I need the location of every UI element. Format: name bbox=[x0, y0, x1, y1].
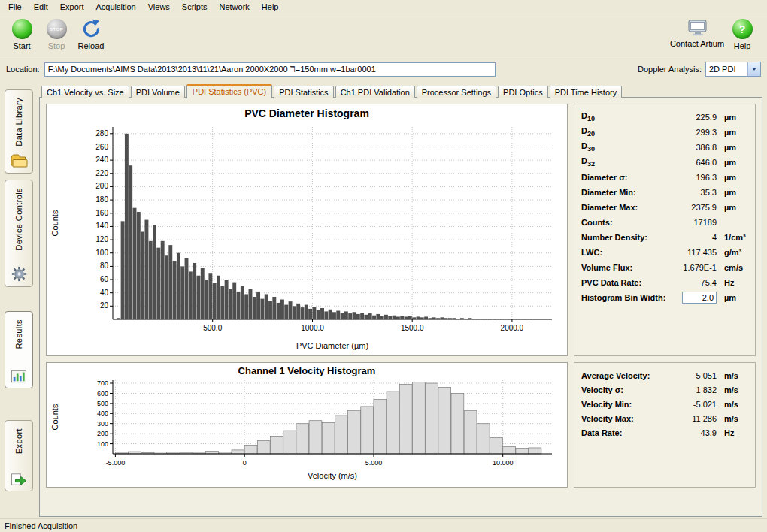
stat-value: 299.3 bbox=[667, 128, 717, 137]
stat-label: D20 bbox=[581, 126, 667, 138]
status-text: Finished Acquisition bbox=[5, 521, 77, 530]
diameter-row: PVC Diameter Histogram 20406080100120140… bbox=[46, 104, 756, 356]
reload-button[interactable]: Reload bbox=[74, 16, 108, 50]
location-input[interactable] bbox=[44, 62, 496, 77]
menu-network[interactable]: Network bbox=[213, 1, 255, 13]
svg-text:500.0: 500.0 bbox=[203, 324, 222, 332]
svg-text:Counts: Counts bbox=[50, 210, 59, 236]
stat-unit: cm/s bbox=[717, 263, 748, 272]
tab-pdi-time-history[interactable]: PDI Time History bbox=[550, 86, 623, 98]
help-icon: ? bbox=[732, 19, 753, 39]
stat-unit: 1/cm³ bbox=[717, 233, 748, 242]
velocity-histogram: 100200300400500600700-5.00005.00010.000V… bbox=[48, 377, 564, 482]
menu-views[interactable]: Views bbox=[142, 1, 176, 13]
stat-label: Diameter σ: bbox=[581, 173, 667, 182]
stat-row-histogram-bin-width: Histogram Bin Width: µm bbox=[581, 290, 748, 305]
svg-text:10.000: 10.000 bbox=[493, 459, 514, 467]
tab-pdi-statistics[interactable]: PDI Statistics bbox=[274, 86, 333, 98]
menu-file[interactable]: File bbox=[2, 1, 28, 13]
stop-label: Stop bbox=[48, 41, 65, 50]
svg-text:1000.0: 1000.0 bbox=[301, 324, 324, 332]
svg-text:200: 200 bbox=[95, 182, 108, 190]
stat-label: Histogram Bin Width: bbox=[581, 293, 667, 302]
svg-text:500: 500 bbox=[97, 400, 108, 407]
stat-label: Data Rate: bbox=[581, 428, 667, 437]
svg-text:40: 40 bbox=[100, 289, 109, 297]
stat-label: Velocity Min: bbox=[581, 400, 667, 409]
doppler-analysis-dropdown[interactable]: 2D PDI bbox=[705, 62, 761, 77]
start-icon bbox=[12, 19, 32, 39]
stat-row-lwc: LWC: 117.435 g/m³ bbox=[581, 245, 748, 260]
tab-pdi-statistics-pvc[interactable]: PDI Statistics (PVC) bbox=[186, 84, 272, 98]
stat-unit: µm bbox=[717, 158, 748, 167]
stat-label: D30 bbox=[581, 141, 667, 153]
stat-value: 17189 bbox=[667, 218, 717, 227]
tab-ch1-velocity-vs-size[interactable]: Ch1 Velocity vs. Size bbox=[41, 86, 129, 98]
svg-text:160: 160 bbox=[95, 209, 108, 217]
stat-value: 1.679E-1 bbox=[667, 263, 717, 272]
sidebar-item-export[interactable]: Export bbox=[5, 420, 33, 491]
stop-button[interactable]: STOP Stop bbox=[39, 16, 74, 50]
sidebar-item-device-controls[interactable]: Device Controls bbox=[5, 180, 33, 287]
reload-icon bbox=[81, 19, 102, 39]
stat-label: Diameter Min: bbox=[581, 188, 667, 197]
status-bar: Finished Acquisition bbox=[0, 518, 767, 532]
sidebar-item-label: Export bbox=[14, 428, 23, 454]
stat-unit: µm bbox=[717, 203, 748, 212]
stat-row-d30: D30 386.8 µm bbox=[581, 140, 748, 155]
stat-label: D32 bbox=[581, 156, 667, 168]
stat-label: Velocity Max: bbox=[581, 414, 667, 423]
stat-row-counts: Counts: 17189 bbox=[581, 215, 748, 230]
stop-icon: STOP bbox=[47, 19, 67, 39]
stat-row-velocity-min: Velocity Min: -5 021 m/s bbox=[581, 397, 748, 411]
contact-artium-button[interactable]: Contact Artium bbox=[669, 16, 725, 48]
pvc-chart-title: PVC Diameter Histogram bbox=[48, 106, 565, 121]
svg-text:700: 700 bbox=[97, 379, 108, 387]
tab-pdi-optics[interactable]: PDI Optics bbox=[498, 86, 548, 98]
menu-help[interactable]: Help bbox=[256, 1, 285, 13]
stat-row-diameter-sigma: Diameter σ: 196.3 µm bbox=[581, 170, 748, 185]
stat-unit: Hz bbox=[717, 428, 748, 437]
contact-artium-icon bbox=[687, 19, 708, 37]
tab-pdi-volume[interactable]: PDI Volume bbox=[131, 86, 185, 98]
histogram-bin-width-input[interactable] bbox=[682, 292, 717, 304]
svg-text:5.000: 5.000 bbox=[365, 459, 383, 467]
sidebar-item-data-library[interactable]: Data Library bbox=[5, 89, 33, 174]
diameter-stats-panel: D10 225.9 µm D20 299.3 µm D30 386.8 bbox=[574, 104, 756, 356]
stat-unit: µm bbox=[717, 188, 748, 197]
stat-row-average-velocity: Average Velocity: 5 051 m/s bbox=[581, 368, 748, 382]
stat-row-data-rate: Data Rate: 43.9 Hz bbox=[581, 425, 748, 440]
gear-icon bbox=[11, 266, 27, 282]
tab-ch1-pdi-validation[interactable]: Ch1 PDI Validation bbox=[335, 86, 415, 98]
start-button[interactable]: Start bbox=[5, 16, 39, 50]
sidebar-item-results[interactable]: Results bbox=[5, 311, 33, 388]
dropdown-button[interactable] bbox=[747, 62, 760, 76]
stat-label: Number Density: bbox=[581, 233, 667, 242]
stat-unit: µm bbox=[717, 128, 748, 137]
help-button[interactable]: ? Help bbox=[725, 16, 759, 50]
svg-text:Counts: Counts bbox=[50, 404, 59, 430]
svg-text:260: 260 bbox=[95, 143, 108, 151]
folder-icon bbox=[10, 153, 28, 168]
svg-text:280: 280 bbox=[95, 129, 108, 138]
help-label: Help bbox=[734, 41, 751, 50]
menu-edit[interactable]: Edit bbox=[28, 1, 54, 13]
menu-export[interactable]: Export bbox=[54, 1, 90, 13]
export-arrow-icon bbox=[11, 473, 27, 486]
stat-label: Velocity σ: bbox=[581, 385, 667, 394]
results-chart-icon bbox=[11, 370, 27, 383]
stat-unit: µm bbox=[717, 113, 748, 122]
doppler-analysis-label: Doppler Analysis: bbox=[638, 65, 702, 74]
stat-row-number-density: Number Density: 4 1/cm³ bbox=[581, 230, 748, 245]
svg-text:60: 60 bbox=[100, 275, 109, 283]
svg-text:180: 180 bbox=[95, 195, 108, 204]
menu-acquisition[interactable]: Acquisition bbox=[90, 1, 142, 13]
menu-scripts[interactable]: Scripts bbox=[176, 1, 214, 13]
tab-processor-settings[interactable]: Processor Settings bbox=[417, 86, 496, 98]
sidebar: Data Library Device Controls bbox=[2, 82, 36, 517]
svg-text:100: 100 bbox=[95, 249, 108, 257]
svg-text:200: 200 bbox=[97, 430, 108, 437]
stat-value: 4 bbox=[667, 233, 717, 242]
stat-value: 646.0 bbox=[667, 158, 717, 167]
stat-value: 75.4 bbox=[667, 278, 717, 287]
